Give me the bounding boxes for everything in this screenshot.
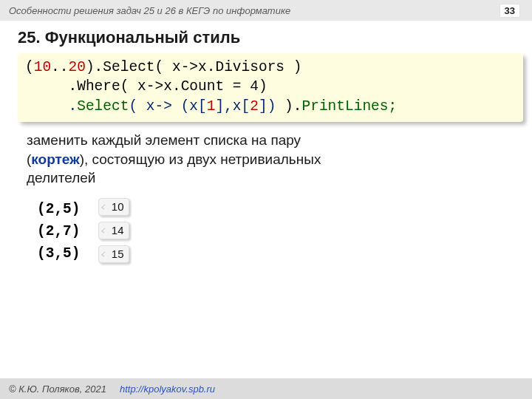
- tuple-list: (2,5) (2,7) (3,5): [37, 198, 81, 265]
- code-line-2: .Where( x->x.Count = 4): [25, 78, 267, 95]
- copyright: © К.Ю. Поляков, 2021: [9, 383, 106, 395]
- term-tuple: кортеж: [31, 151, 79, 167]
- slide-title: 25. Функциональный стиль: [0, 21, 532, 53]
- body-text: заменить каждый элемент списка на пару (…: [0, 122, 532, 188]
- tuple-item: (2,7): [37, 220, 81, 242]
- number-badges: 10 14 15: [98, 198, 129, 263]
- number-badge: 15: [98, 245, 129, 263]
- doc-title: Особенности решения задач 25 и 26 в КЕГЭ…: [9, 5, 290, 16]
- slide-footer: © К.Ю. Поляков, 2021 http://kpolyakov.sp…: [0, 378, 532, 399]
- tuple-item: (3,5): [37, 242, 81, 265]
- slide-header: Особенности решения задач 25 и 26 в КЕГЭ…: [0, 0, 532, 21]
- code-line-3: .Select( x-> (x[1],x[2]) ).PrintLines;: [25, 98, 397, 115]
- number-badge: 10: [98, 198, 129, 216]
- number-badge: 14: [98, 222, 129, 239]
- page-number: 33: [499, 4, 520, 18]
- code-block: (10..20).Select( x->x.Divisors ) .Where(…: [18, 53, 523, 122]
- footer-url: http://kpolyakov.spb.ru: [120, 383, 215, 395]
- code-line-1: (10..20).Select( x->x.Divisors ): [25, 59, 301, 75]
- tuple-item: (2,5): [37, 198, 81, 220]
- body-line-3: делителей: [27, 168, 514, 188]
- results-area: (2,5) (2,7) (3,5) 10 14 15: [0, 188, 532, 265]
- body-line-2: (кортеж), состоящую из двух нетривиальны…: [27, 150, 514, 169]
- body-line-1: заменить каждый элемент списка на пару: [27, 131, 514, 150]
